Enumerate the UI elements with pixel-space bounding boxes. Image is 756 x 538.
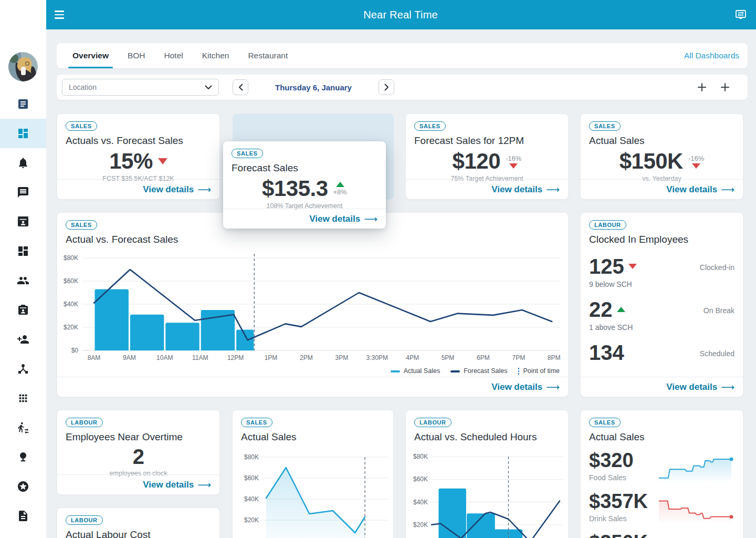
sidebar-item-contacts[interactable]: [0, 207, 46, 236]
card-title: Employees Near Overtime: [66, 431, 211, 443]
trend-down-icon: [158, 158, 167, 164]
svg-text:2PM: 2PM: [300, 354, 313, 361]
trend-up-icon: [336, 182, 344, 187]
category-badge: SALES: [589, 418, 621, 427]
view-details-link[interactable]: View details⟶: [666, 381, 734, 393]
sidebar-item-add-person[interactable]: [0, 325, 46, 354]
sidebar-item-star[interactable]: [0, 472, 46, 501]
sidebar-item-dashboard[interactable]: [0, 119, 46, 148]
view-details-link[interactable]: View details⟶: [491, 184, 560, 195]
date-label[interactable]: Thursday 6, January: [248, 83, 379, 92]
trend-up-icon: [617, 307, 625, 312]
hierarchy-icon: [17, 363, 29, 375]
tab-restaurant[interactable]: Restaurant: [240, 43, 295, 68]
actual-sales-mini-chart: $20K$40K$60K$80K: [238, 450, 390, 538]
filter-bar: Location Thursday 6, January: [57, 75, 748, 100]
chevron-right-icon: [384, 84, 389, 91]
tab-overview[interactable]: Overview: [65, 43, 116, 68]
add-widget-button[interactable]: [696, 81, 708, 93]
prev-day-button[interactable]: [233, 79, 248, 95]
tab-boh[interactable]: BOH: [120, 43, 153, 68]
transfer-icon: [17, 421, 29, 434]
svg-text:1PM: 1PM: [265, 354, 278, 361]
view-details-link[interactable]: View details⟶: [309, 213, 377, 225]
file-icon: [17, 510, 29, 522]
card-title: Forecast Sales: [232, 162, 377, 174]
clocked-in-row: 125 9 below SCH Clocked-in: [581, 256, 743, 288]
category-badge: LABOUR: [589, 220, 626, 230]
person-pin-icon: [17, 451, 29, 463]
all-dashboards-link[interactable]: All Dashboards: [684, 43, 739, 68]
trend-label: -16%: [688, 154, 704, 162]
next-day-button[interactable]: [379, 79, 394, 95]
sidebar-item-news[interactable]: [0, 89, 46, 119]
card-title: Clocked In Employees: [589, 234, 734, 245]
forecast-sales-legend-swatch: [450, 370, 460, 373]
sidebar-item-chat[interactable]: [0, 178, 46, 207]
actual-sales-legend-swatch: [391, 370, 400, 373]
sidebar-item-transfer[interactable]: [0, 413, 46, 442]
kpi-value: 2: [133, 445, 144, 469]
news-icon: [17, 98, 29, 110]
svg-text:9AM: 9AM: [123, 354, 136, 361]
arrow-right-icon: ⟶: [721, 184, 734, 195]
star-circle-icon: [17, 480, 29, 493]
svg-text:$20K: $20K: [64, 324, 78, 331]
plus-icon: [697, 82, 707, 92]
sidebar-item-person-pin[interactable]: [0, 442, 46, 472]
location-select[interactable]: Location: [62, 79, 219, 96]
third-sales-sparkline: [657, 532, 736, 538]
svg-text:8PM: 8PM: [548, 354, 561, 361]
svg-text:$80K: $80K: [413, 453, 428, 460]
svg-text:$60K: $60K: [413, 475, 428, 483]
svg-text:$80K: $80K: [244, 453, 259, 461]
point-of-time-legend-swatch: [518, 368, 519, 375]
svg-text:12PM: 12PM: [227, 354, 244, 361]
card-forecast-sales-dragging[interactable]: SALES Forecast Sales $135.3 +8% 108% Tar…: [223, 141, 386, 229]
tab-kitchen[interactable]: Kitchen: [195, 43, 237, 68]
card-actual-vs-scheduled-hours: LABOUR Actual vs. Scheduled Hours $20K$4…: [405, 410, 569, 538]
app-title: Near Real Time: [67, 9, 734, 21]
avatar[interactable]: [8, 52, 38, 81]
sidebar-item-people[interactable]: [0, 266, 46, 295]
dashboard-page: Near Real Time: [0, 0, 756, 538]
svg-text:11AM: 11AM: [192, 354, 208, 361]
menu-icon[interactable]: [55, 8, 67, 21]
sidebar-item-tiles[interactable]: [0, 236, 46, 266]
arrow-right-icon: ⟶: [546, 381, 560, 393]
card-actual-labour-cost: LABOUR Actual Labour Cost: [57, 508, 220, 538]
svg-text:$40K: $40K: [244, 495, 259, 503]
card-title: Actual Sales: [241, 431, 385, 443]
arrow-right-icon: ⟶: [721, 381, 734, 393]
kpi-value: $120: [453, 149, 500, 174]
chevron-down-icon: [205, 85, 212, 90]
plus-icon: [720, 82, 730, 92]
card-clocked-in-employees: LABOUR Clocked In Employees 125 9 below …: [580, 212, 743, 397]
category-badge: SALES: [589, 121, 621, 131]
svg-text:$60K: $60K: [244, 474, 259, 482]
card-title: Actuals vs. Forecast Sales: [66, 135, 211, 147]
view-details-link[interactable]: View details⟶: [143, 184, 211, 195]
kpi-value: $150K: [620, 149, 683, 174]
sidebar-item-file[interactable]: [0, 501, 46, 531]
card-forecast-12pm: SALES Forecast Sales for 12PM $120 -16% …: [405, 113, 569, 200]
card-title: Actual Sales: [589, 431, 734, 443]
sidebar-item-notifications[interactable]: [0, 148, 46, 178]
view-details-link[interactable]: View details⟶: [143, 479, 211, 491]
arrow-right-icon: ⟶: [364, 213, 377, 225]
sidebar-item-badge[interactable]: [0, 295, 46, 325]
sidebar-item-apps[interactable]: [0, 384, 46, 413]
apps-grid-icon: [17, 392, 29, 404]
add-dashboard-button[interactable]: [719, 81, 731, 93]
card-sales-breakdown: SALES Actual Sales $320 Food Sales $357K…: [580, 410, 743, 538]
view-details-link[interactable]: View details⟶: [491, 381, 560, 393]
tabs-bar: Overview BOH Hotel Kitchen Restaurant Al…: [57, 43, 748, 68]
svg-text:6PM: 6PM: [477, 354, 490, 361]
display-settings-icon[interactable]: [734, 8, 748, 22]
sidebar-item-hierarchy[interactable]: [0, 354, 46, 384]
svg-text:4PM: 4PM: [406, 354, 419, 361]
view-details-link[interactable]: View details⟶: [666, 184, 734, 195]
actual-vs-forecast-chart: $0$20K$40K$60K$80K8AM9AM10AM11AM12PM1PM2…: [62, 250, 564, 363]
tab-hotel[interactable]: Hotel: [157, 43, 191, 68]
third-sales-row: $350K: [581, 532, 743, 538]
